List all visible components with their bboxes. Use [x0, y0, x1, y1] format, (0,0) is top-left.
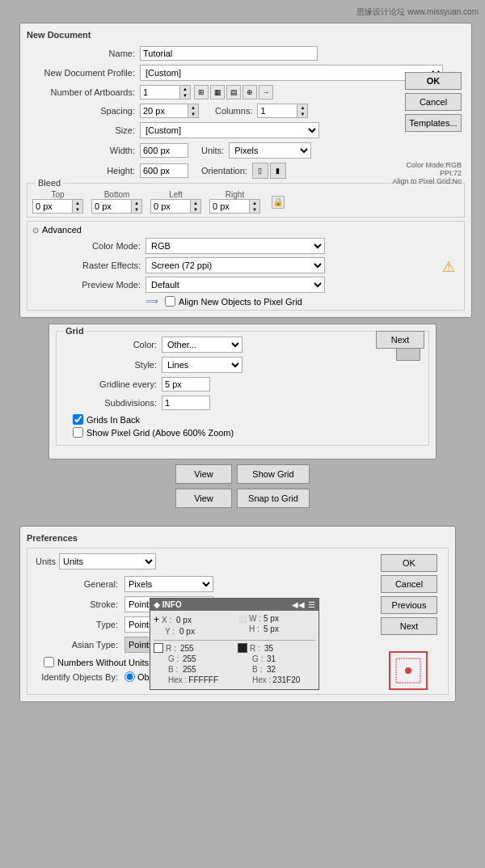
artboard-remove-icon[interactable]: →	[259, 85, 273, 100]
advanced-chevron-icon: ⊙	[32, 226, 39, 235]
advanced-header[interactable]: ⊙ Advanced	[32, 225, 459, 235]
profile-dropdown[interactable]: [Custom]	[140, 65, 443, 81]
portrait-btn[interactable]: ▯	[252, 163, 268, 179]
units-section-dropdown[interactable]: Units	[59, 553, 156, 569]
artboard-grid-icon[interactable]: ⊞	[194, 85, 209, 100]
grids-in-back-checkbox[interactable]	[73, 414, 83, 425]
info-body: + X : 0 px Y : 0 px ⬜ W : 5 px	[150, 611, 318, 689]
color2-swatch	[238, 643, 247, 653]
grid-style-dropdown[interactable]: Lines	[162, 357, 242, 373]
grids-in-back-label: Grids In Back	[86, 415, 140, 425]
b2-label: B :	[252, 665, 265, 674]
cancel-button[interactable]: Cancel	[405, 93, 462, 111]
bleed-top-label: Top	[51, 190, 64, 199]
r1-value: 255	[180, 644, 194, 653]
preferences-dialog: Preferences Units Units General: Pixels …	[19, 526, 456, 702]
watermark: 思缘设计论坛 www.missyuan.com	[356, 6, 479, 18]
b2-value: 32	[267, 665, 276, 674]
columns-up[interactable]: ▲	[297, 104, 307, 111]
color-info: Color Mode:RGB PPI:72 Align to Pixel Gri…	[392, 161, 462, 185]
subdivisions-input[interactable]	[162, 396, 210, 410]
b1-label: B :	[168, 665, 181, 674]
bleed-legend: Bleed	[36, 178, 63, 188]
color-label: Color:	[65, 340, 162, 349]
name-input[interactable]	[140, 46, 318, 61]
colormode-dropdown[interactable]: RGB	[146, 238, 325, 254]
info-menu-btn[interactable]: ☰	[308, 600, 315, 609]
no-units-checkbox[interactable]	[44, 657, 54, 667]
artboard-add-icon[interactable]: ⊕	[242, 85, 257, 100]
width-input[interactable]	[140, 143, 188, 158]
info-title: ◆ INFO	[154, 600, 182, 609]
general-dropdown[interactable]: Pixels	[124, 576, 213, 592]
bleed-top-input[interactable]	[32, 199, 73, 214]
name-label: Name:	[27, 49, 140, 58]
dialog-title: New Document	[27, 30, 465, 40]
gridline-label: Gridline every:	[65, 379, 162, 389]
x-value: 0 px	[176, 616, 192, 625]
spacing-spinner[interactable]: ▲▼	[140, 104, 199, 118]
plus-icon: +	[154, 614, 159, 625]
prefs-ok-button[interactable]: OK	[381, 554, 437, 572]
templates-button[interactable]: Templates...	[405, 114, 462, 132]
units-dropdown[interactable]: Pixels	[229, 142, 311, 159]
color-indicator	[386, 649, 431, 693]
b1-value: 255	[183, 665, 196, 674]
w-value: 5 px	[264, 614, 279, 623]
general-label: General:	[36, 579, 124, 589]
snap-to-grid-button[interactable]: Snap to Grid	[237, 489, 310, 508]
artboards-up[interactable]: ▲	[180, 86, 190, 92]
bleed-left-label: Left	[169, 190, 183, 199]
height-input[interactable]	[140, 163, 188, 178]
object-name-radio[interactable]	[124, 671, 135, 682]
width-label: Width:	[27, 146, 140, 155]
type-label: Type:	[36, 620, 124, 629]
artboards-spinner[interactable]: ▲▼	[140, 85, 191, 100]
color-mode-info: Color Mode:RGB	[392, 161, 462, 169]
grid-legend: Grid	[63, 326, 86, 336]
artboards-down[interactable]: ▼	[180, 92, 190, 99]
bleed-right-input[interactable]	[209, 199, 250, 214]
prefs-previous-button[interactable]: Previous	[381, 596, 437, 614]
bleed-bottom-input[interactable]	[91, 199, 132, 214]
info-collapse-btn[interactable]: ◀◀	[292, 600, 305, 609]
view-buttons-section: View Show Grid View Snap to Grid	[0, 464, 485, 508]
ppi-info: PPI:72	[392, 169, 462, 177]
orientation-label: Orientation:	[201, 166, 247, 176]
spacing-up[interactable]: ▲	[188, 104, 198, 111]
gridline-input[interactable]	[162, 377, 210, 392]
h-label: H :	[249, 625, 262, 633]
hex2-label: Hex :	[252, 675, 271, 684]
units-legend: Units	[36, 557, 56, 566]
prefs-title: Preferences	[27, 533, 449, 543]
size-dropdown[interactable]: [Custom]	[140, 122, 319, 138]
h-value: 5 px	[264, 625, 279, 633]
columns-spinner[interactable]: ▲▼	[257, 104, 308, 118]
artboard-col-icon[interactable]: ▤	[226, 85, 241, 100]
advanced-label: Advanced	[42, 225, 82, 235]
preview-dropdown[interactable]: Default	[146, 277, 325, 293]
align-pixel-grid-checkbox[interactable]	[165, 296, 175, 307]
prefs-next-button[interactable]: Next	[381, 617, 437, 635]
spacing-down[interactable]: ▼	[188, 111, 198, 117]
y-label: Y :	[165, 627, 178, 636]
artboard-row-icon[interactable]: ▦	[210, 85, 225, 100]
raster-dropdown[interactable]: Screen (72 ppi)	[146, 257, 325, 273]
view-button-1[interactable]: View	[175, 464, 232, 484]
view-row-1: View Show Grid	[175, 464, 310, 484]
identify-label: Identify Objects By:	[36, 672, 124, 682]
profile-label: New Document Profile:	[27, 68, 140, 78]
bleed-bottom-label: Bottom	[104, 190, 130, 199]
show-pixel-grid-checkbox[interactable]	[73, 427, 83, 438]
columns-down[interactable]: ▼	[297, 111, 307, 117]
ok-button[interactable]: OK	[405, 72, 462, 90]
view-button-2[interactable]: View	[175, 489, 232, 508]
grid-group: Grid Color: Other... Style: Lines Gridli…	[56, 331, 429, 446]
bleed-lock-btn[interactable]: 🔒	[272, 196, 285, 209]
bleed-left-input[interactable]	[150, 199, 191, 214]
grid-color-dropdown[interactable]: Other...	[162, 337, 242, 353]
show-grid-button[interactable]: Show Grid	[237, 464, 310, 484]
prefs-cancel-button[interactable]: Cancel	[381, 575, 437, 593]
grid-next-button[interactable]: Next	[376, 331, 424, 349]
landscape-btn[interactable]: ▮	[270, 163, 286, 179]
